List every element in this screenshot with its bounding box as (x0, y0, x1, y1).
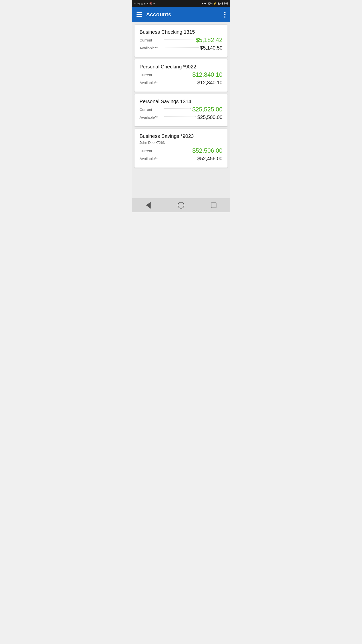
account-name-2: Personal Checking *9022 (140, 64, 222, 70)
bluetooth-icon: ⎈ (144, 2, 146, 5)
app-header: Accounts (132, 7, 230, 22)
status-bar-right: ●●● 92% ⚡ 5:45 PM (202, 2, 228, 5)
more-dot-3 (224, 16, 225, 18)
current-balance-row-2: Current $12,840.10 (140, 71, 222, 78)
current-balance-row-4: Current $52,506.00 (140, 147, 222, 154)
bottom-navigation (132, 198, 230, 212)
available-amount-3: $25,500.00 (197, 114, 222, 120)
current-balance-row-3: Current $25,525.00 (140, 106, 222, 113)
available-balance-row-4: Available** $52,456.00 (140, 156, 222, 162)
back-icon (146, 202, 151, 209)
wifi-icon: ⌖ (153, 2, 155, 5)
account-card-4[interactable]: Business Savings *9023 John Doe *7263 Cu… (134, 129, 228, 168)
accounts-list: Business Checking 1315 Current $5,182.42… (132, 22, 230, 198)
home-icon (178, 202, 184, 209)
current-balance-row-1: Current $5,182.42 (140, 36, 222, 44)
dots-available-2 (164, 82, 196, 82)
available-amount-1: $5,140.50 (200, 45, 222, 51)
dots-current-2 (164, 74, 191, 74)
more-options-button[interactable] (224, 12, 225, 18)
recents-button[interactable] (206, 200, 221, 210)
available-label-4: Available** (140, 156, 162, 161)
notification-icon: ⋯ (134, 2, 137, 5)
dots-current-3 (164, 108, 191, 109)
account-card-1[interactable]: Business Checking 1315 Current $5,182.42… (134, 25, 228, 57)
account-name-1: Business Checking 1315 (140, 29, 222, 35)
account-card-3[interactable]: Personal Savings 1314 Current $25,525.00… (134, 94, 228, 126)
dots-current-4 (164, 150, 191, 150)
page-title: Accounts (146, 11, 224, 18)
battery-percent: 92% (207, 2, 212, 5)
menu-line-1 (137, 12, 142, 13)
available-balance-row-1: Available** $5,140.50 (140, 45, 222, 51)
available-label-3: Available** (140, 115, 162, 119)
signal-icon: ●●● (202, 2, 206, 5)
mute-icon: 🔇 (149, 2, 152, 5)
available-amount-2: $12,340.10 (197, 80, 222, 86)
nfc-icon: N (147, 2, 148, 5)
account-subtitle-4: John Doe *7263 (140, 141, 222, 145)
percent-icon: % (138, 2, 140, 5)
account-name-3: Personal Savings 1314 (140, 99, 222, 104)
home-button[interactable] (173, 200, 189, 210)
available-label-2: Available** (140, 80, 162, 85)
available-balance-row-3: Available** $25,500.00 (140, 114, 222, 120)
account-name-4: Business Savings *9023 (140, 133, 222, 139)
current-amount-3: $25,525.00 (192, 106, 222, 113)
current-label-4: Current (140, 149, 162, 153)
current-amount-4: $52,506.00 (192, 147, 222, 154)
time-display: 5:45 PM (217, 2, 228, 5)
account-card-2[interactable]: Personal Checking *9022 Current $12,840.… (134, 59, 228, 92)
current-label-3: Current (140, 107, 162, 112)
menu-button[interactable] (137, 12, 142, 17)
current-label-2: Current (140, 73, 162, 77)
available-balance-row-2: Available** $12,340.10 (140, 80, 222, 86)
dots-available-1 (164, 47, 199, 48)
status-bar: ⋯ % ⚠ ⎈ N 🔇 ⌖ ●●● 92% ⚡ 5:45 PM (132, 0, 230, 7)
current-amount-1: $5,182.42 (196, 36, 222, 44)
more-dot-1 (224, 12, 225, 13)
menu-line-2 (137, 14, 142, 15)
back-button[interactable] (141, 200, 156, 210)
battery-icon: ⚡ (213, 2, 216, 5)
available-label-1: Available** (140, 46, 162, 50)
available-amount-4: $52,456.00 (197, 156, 222, 162)
menu-line-3 (137, 16, 142, 17)
more-dot-2 (224, 14, 225, 15)
dots-available-3 (164, 116, 196, 117)
recents-icon (211, 203, 216, 208)
current-amount-2: $12,840.10 (192, 71, 222, 78)
status-bar-left: ⋯ % ⚠ ⎈ N 🔇 ⌖ (134, 2, 155, 5)
warning-icon: ⚠ (141, 2, 143, 5)
dots-current-1 (164, 39, 194, 39)
dots-available-4 (164, 158, 196, 158)
current-label-1: Current (140, 38, 162, 42)
